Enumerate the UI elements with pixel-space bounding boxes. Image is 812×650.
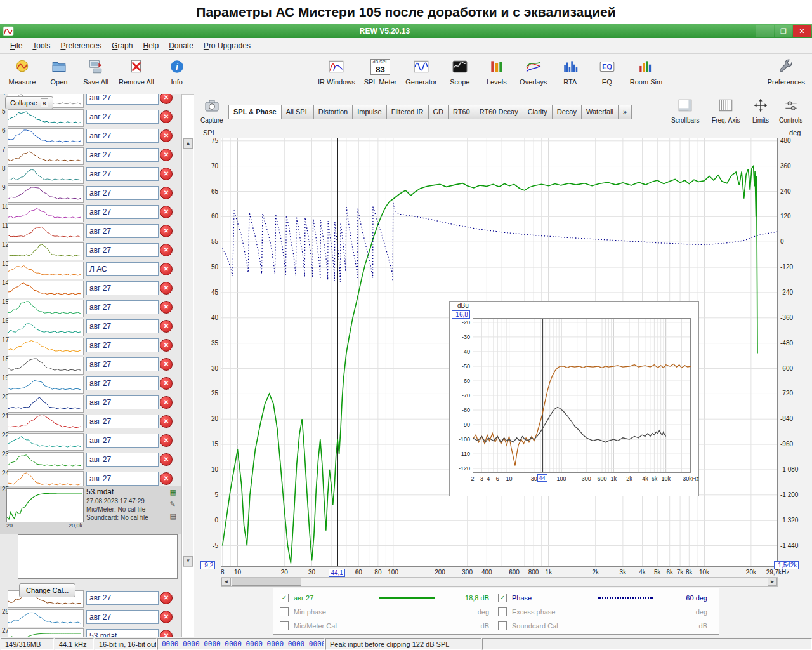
menu-preferences[interactable]: Preferences: [55, 39, 107, 52]
toolbar-info-button[interactable]: iInfo: [161, 56, 193, 87]
menu-file[interactable]: File: [5, 39, 27, 52]
measurement-row[interactable]: 10авг 27✕: [0, 203, 181, 222]
measurement-row[interactable]: 12авг 27✕: [0, 241, 181, 260]
tab-rt60-decay[interactable]: RT60 Decay: [475, 105, 523, 119]
delete-measurement-icon[interactable]: ✕: [160, 168, 173, 180]
legend-checkbox[interactable]: [498, 607, 507, 616]
tab-clarity[interactable]: Clarity: [523, 105, 553, 119]
delete-measurement-icon[interactable]: ✕: [160, 592, 173, 604]
close-button[interactable]: ✕: [793, 25, 811, 37]
tab-filtered-ir[interactable]: Filtered IR: [387, 105, 429, 119]
legend-checkbox[interactable]: [280, 621, 289, 630]
measurement-name-field[interactable]: авг 27: [86, 472, 159, 486]
delete-measurement-icon[interactable]: ✕: [160, 110, 173, 123]
notes-box[interactable]: [18, 534, 178, 579]
measurement-row[interactable]: 23авг 27✕: [0, 451, 181, 470]
delete-measurement-icon[interactable]: ✕: [160, 206, 173, 218]
measurement-name-field[interactable]: авг 27: [86, 94, 159, 105]
toolbar-rta-button[interactable]: RTA: [554, 56, 586, 87]
toolbar-levels-button[interactable]: Levels: [481, 56, 513, 87]
edit-icon[interactable]: ✎: [170, 500, 176, 508]
delete-measurement-icon[interactable]: ✕: [160, 630, 173, 637]
delete-measurement-icon[interactable]: ✕: [160, 453, 173, 466]
tab-gd[interactable]: GD: [429, 105, 449, 119]
measurement-row[interactable]: 20авг 27✕: [0, 394, 181, 413]
delete-measurement-icon[interactable]: ✕: [160, 472, 173, 485]
measurement-name-field[interactable]: авг 27: [86, 395, 159, 409]
tab-impulse[interactable]: Impulse: [353, 105, 387, 119]
measurement-name-field[interactable]: авг 27: [86, 357, 159, 371]
graph-tool-scrollbars-button[interactable]: Scrollbars: [671, 96, 699, 124]
delete-measurement-icon[interactable]: ✕: [160, 611, 173, 623]
measurement-name-field[interactable]: авг 27: [86, 186, 159, 200]
toolbar-preferences-button[interactable]: Preferences: [766, 56, 807, 87]
measurement-name-field[interactable]: авг 27: [86, 243, 159, 257]
selected-measurement[interactable]: 25 20 20,0k 53.mdat 27.08.2023 17:47:29 …: [0, 486, 181, 534]
measurement-name-field[interactable]: авг 27: [86, 148, 159, 162]
tab-distortion[interactable]: Distortion: [314, 105, 353, 119]
measurement-name-field[interactable]: авг 27: [86, 281, 159, 295]
menu-donate[interactable]: Donate: [164, 39, 199, 52]
scroll-left-icon[interactable]: ◄: [221, 578, 231, 586]
measurement-row[interactable]: 8авг 27✕: [0, 165, 181, 184]
measurement-name-field[interactable]: авг 27: [86, 300, 159, 314]
measurement-name-field[interactable]: авг 27: [86, 453, 159, 467]
delete-measurement-icon[interactable]: ✕: [160, 263, 173, 275]
menu-tools[interactable]: Tools: [27, 39, 55, 52]
delete-measurement-icon[interactable]: ✕: [160, 301, 173, 314]
tab-waterfall[interactable]: Waterfall: [582, 105, 619, 119]
measurement-thumbnail[interactable]: [6, 488, 84, 522]
graph-vertical-scrollbar[interactable]: ▲ ▼: [183, 138, 193, 567]
delete-measurement-icon[interactable]: ✕: [160, 377, 173, 390]
toolbar-room-sim-button[interactable]: Room Sim: [628, 56, 664, 87]
measurement-name[interactable]: 53.mdat: [86, 488, 162, 496]
measurement-name-field[interactable]: авг 27: [86, 224, 159, 238]
measurement-row[interactable]: 9авг 27✕: [0, 184, 181, 203]
toolbar-spl-meter-button[interactable]: dB SPL83SPL Meter: [362, 56, 399, 87]
delete-measurement-icon[interactable]: ✕: [160, 396, 173, 409]
measurement-row[interactable]: 14авг 27✕: [0, 279, 181, 298]
legend-checkbox[interactable]: [280, 607, 289, 616]
toolbar-measure-button[interactable]: Measure: [6, 56, 38, 87]
measurement-name-field[interactable]: авг 27: [86, 376, 159, 390]
graph-tool-freq-axis-button[interactable]: Freq. Axis: [712, 96, 740, 124]
menu-pro-upgrades[interactable]: Pro Upgrades: [199, 39, 256, 52]
toolbar-eq-button[interactable]: EQEQ: [591, 56, 623, 87]
collapse-button[interactable]: Collapse «: [5, 96, 53, 109]
measurement-row[interactable]: 16авг 27✕: [0, 317, 181, 336]
measurement-row[interactable]: 15авг 27✕: [0, 298, 181, 317]
tab-[interactable]: »: [619, 105, 632, 119]
menu-help[interactable]: Help: [138, 39, 164, 52]
change-cal-button[interactable]: Change Cal...: [19, 583, 75, 597]
graph-tool-limits-button[interactable]: Limits: [752, 96, 769, 124]
delete-measurement-icon[interactable]: ✕: [160, 282, 173, 295]
measurement-row[interactable]: 2753.mdat✕: [0, 627, 181, 637]
graph-horizontal-scrollbar[interactable]: ◄ ►: [221, 577, 778, 587]
toolbar-ir-windows-button[interactable]: IR Windows: [316, 56, 357, 87]
delete-measurement-icon[interactable]: ✕: [160, 320, 173, 333]
delete-measurement-icon[interactable]: ✕: [160, 358, 173, 371]
capture-button[interactable]: Capture: [200, 96, 223, 124]
measurement-name-field[interactable]: авг 27: [86, 110, 159, 124]
notes-icon[interactable]: ▤: [170, 512, 176, 521]
tab-rt60[interactable]: RT60: [449, 105, 475, 119]
measurement-name-field[interactable]: Л АС: [86, 262, 159, 276]
measurement-row[interactable]: 6авг 27✕: [0, 127, 181, 146]
tab-spl-phase[interactable]: SPL & Phase: [228, 105, 282, 119]
measurement-name-field[interactable]: авг 27: [86, 319, 159, 333]
measurement-row[interactable]: 21авг 27✕: [0, 413, 181, 432]
legend-checkbox[interactable]: ✓: [280, 594, 289, 602]
delete-measurement-icon[interactable]: ✕: [160, 434, 173, 447]
tab-all-spl[interactable]: All SPL: [282, 105, 314, 119]
scrollbar-thumb[interactable]: [232, 578, 301, 586]
toolbar-overlays-button[interactable]: Overlays: [518, 56, 549, 87]
delete-measurement-icon[interactable]: ✕: [160, 94, 173, 104]
minimize-button[interactable]: –: [756, 25, 774, 37]
scroll-up-icon[interactable]: ▲: [183, 138, 193, 149]
delete-measurement-icon[interactable]: ✕: [160, 149, 173, 161]
measurement-row[interactable]: 19авг 27✕: [0, 375, 181, 394]
scroll-right-icon[interactable]: ►: [768, 578, 777, 586]
menu-graph[interactable]: Graph: [107, 39, 138, 52]
delete-measurement-icon[interactable]: ✕: [160, 225, 173, 237]
measurement-name-field[interactable]: 53.mdat: [86, 629, 159, 637]
